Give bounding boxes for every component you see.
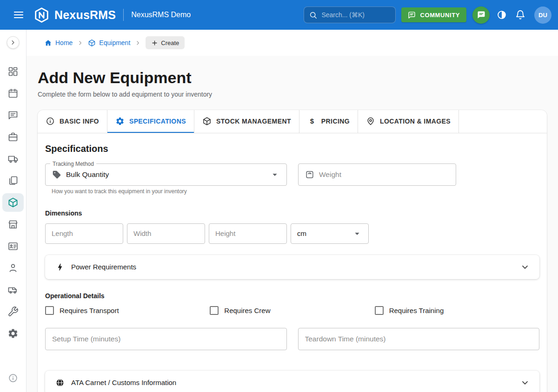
requires-transport-label: Requires Transport	[60, 307, 119, 314]
sidebar-nav	[2, 62, 24, 343]
global-search[interactable]	[304, 7, 396, 23]
page-subtitle: Complete the form below to add equipment…	[38, 91, 547, 98]
requires-crew-option[interactable]: Requires Crew	[210, 306, 374, 315]
logo-hexagon-n-icon	[33, 7, 50, 23]
tab-basic-info[interactable]: BASIC INFO	[38, 110, 107, 133]
sidebar-item-maintenance[interactable]	[2, 302, 24, 321]
equipment-package-icon	[7, 197, 19, 208]
chevron-right-icon	[134, 39, 141, 46]
dropdown-arrow-icon	[270, 170, 280, 180]
power-requirements-accordion[interactable]: Power Requirements	[45, 255, 539, 279]
topbar-divider	[123, 9, 124, 21]
community-label: COMMUNITY	[420, 12, 460, 19]
warehouse-icon	[7, 219, 19, 230]
length-input[interactable]	[45, 223, 123, 244]
topbar: NexusRMS NexusRMS Demo COMMUNITY DU	[0, 0, 558, 30]
documents-icon	[7, 175, 19, 186]
sidebar-item-dashboard[interactable]	[2, 62, 24, 81]
breadcrumb-home-label: Home	[55, 39, 73, 46]
person-icon	[7, 262, 19, 274]
operational-details-label: Operational Details	[45, 292, 539, 300]
chevron-down-icon	[520, 262, 530, 272]
sidebar-item-contacts[interactable]	[2, 237, 24, 255]
chevron-down-icon	[520, 378, 530, 388]
tracking-method-helper: How you want to track this equipment in …	[52, 188, 287, 195]
requires-crew-checkbox[interactable]	[210, 306, 219, 315]
sidebar-item-warehouse[interactable]	[2, 215, 24, 234]
brand[interactable]: NexusRMS	[33, 7, 116, 23]
tab-location-images[interactable]: LOCATION & IMAGES	[358, 110, 459, 133]
chat-icon	[477, 10, 486, 20]
sidebar-info-button[interactable]	[4, 369, 22, 387]
breadcrumb-create-chip[interactable]: Create	[146, 36, 185, 49]
breadcrumb-equipment-label: Equipment	[99, 39, 130, 46]
setup-time-field[interactable]	[45, 328, 287, 350]
sidebar-expand-button[interactable]	[7, 36, 20, 49]
teardown-time-field[interactable]	[298, 328, 540, 350]
tab-pricing[interactable]: $ PRICING	[299, 110, 358, 133]
dashboard-icon	[7, 66, 19, 77]
user-avatar[interactable]: DU	[534, 7, 551, 24]
search-input[interactable]	[321, 11, 386, 19]
form-tabs: BASIC INFO SPECIFICATIONS STOCK MANAGEME…	[38, 110, 547, 133]
tab-label: SPECIFICATIONS	[129, 118, 186, 125]
tab-specifications[interactable]: SPECIFICATIONS	[107, 110, 194, 133]
community-button[interactable]: COMMUNITY	[401, 7, 466, 22]
sidebar-item-messages[interactable]	[2, 106, 24, 124]
bell-icon	[515, 10, 525, 20]
info-icon	[8, 373, 18, 383]
environment-name: NexusRMS Demo	[131, 11, 191, 19]
sidebar-item-equipment[interactable]	[2, 193, 24, 212]
breadcrumb-equipment[interactable]: Equipment	[88, 39, 130, 47]
theme-toggle-button[interactable]	[492, 6, 511, 24]
sidebar-item-projects[interactable]	[2, 128, 24, 146]
specifications-panel: Specifications Tracking Method Bulk Quan…	[38, 133, 547, 392]
info-icon	[46, 117, 55, 126]
sidebar-item-settings[interactable]	[2, 324, 24, 343]
lightning-icon	[55, 262, 65, 272]
height-input[interactable]	[209, 223, 287, 244]
chat-icon	[408, 11, 416, 19]
avatar-initials: DU	[538, 12, 547, 19]
sidebar-item-crew[interactable]	[2, 259, 24, 277]
breadcrumb-separator	[134, 39, 141, 46]
van-icon	[7, 284, 19, 295]
home-icon	[44, 39, 52, 47]
dollar-icon: $	[307, 117, 317, 126]
page-title: Add New Equipment	[38, 68, 547, 88]
location-pin-icon	[366, 117, 375, 126]
svg-text:$: $	[310, 117, 314, 125]
tab-label: PRICING	[321, 118, 350, 125]
sidebar-item-documents[interactable]	[2, 171, 24, 190]
tracking-method-select[interactable]: Tracking Method Bulk Quantity	[45, 163, 287, 186]
chat-fab-button[interactable]	[472, 7, 490, 24]
chevron-right-icon	[10, 39, 17, 46]
tracking-method-value: Bulk Quantity	[66, 170, 109, 179]
requires-training-option[interactable]: Requires Training	[375, 306, 539, 315]
tab-stock-management[interactable]: STOCK MANAGEMENT	[194, 110, 299, 133]
sidebar	[0, 30, 27, 392]
unit-select[interactable]: cm	[291, 223, 369, 244]
requires-transport-option[interactable]: Requires Transport	[45, 306, 210, 315]
chevron-right-icon	[77, 39, 84, 46]
teardown-time-input[interactable]	[305, 335, 533, 343]
weight-field[interactable]	[298, 163, 456, 186]
dropdown-arrow-icon	[352, 229, 362, 239]
setup-time-input[interactable]	[52, 335, 280, 343]
requires-training-checkbox[interactable]	[375, 306, 384, 315]
sidebar-item-vehicles[interactable]	[2, 281, 24, 299]
breadcrumb-home[interactable]: Home	[44, 39, 73, 47]
tag-icon	[52, 170, 61, 179]
menu-button[interactable]	[9, 6, 28, 24]
weight-icon	[305, 170, 314, 179]
sidebar-item-logistics[interactable]	[2, 150, 24, 168]
notifications-button[interactable]	[511, 6, 530, 24]
search-icon	[309, 11, 318, 20]
weight-input[interactable]	[319, 170, 449, 179]
ata-carnet-accordion[interactable]: ATA Carnet / Customs Information	[45, 371, 539, 392]
breadcrumb-create-label: Create	[161, 39, 179, 46]
width-input[interactable]	[127, 223, 205, 244]
sidebar-item-calendar[interactable]	[2, 84, 24, 103]
package-icon	[202, 117, 212, 126]
requires-transport-checkbox[interactable]	[45, 306, 54, 315]
